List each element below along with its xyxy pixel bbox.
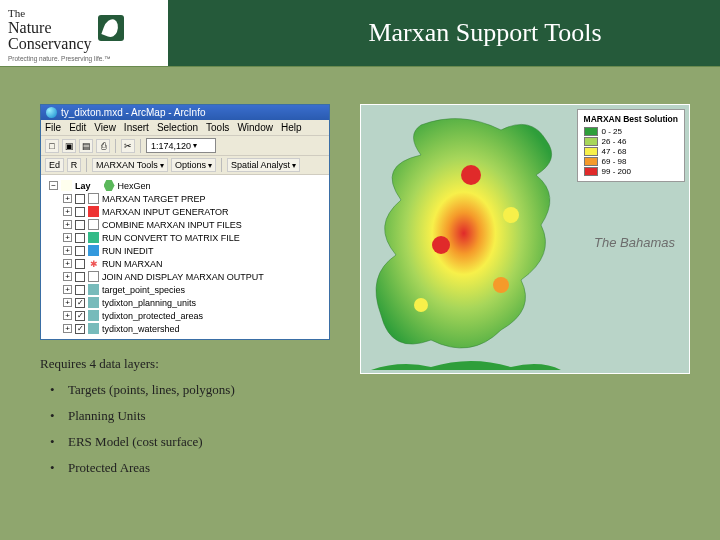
menu-insert[interactable]: Insert <box>124 122 149 133</box>
menu-window[interactable]: Window <box>237 122 273 133</box>
checkbox[interactable] <box>75 298 85 308</box>
doc-icon <box>88 193 99 204</box>
plus-icon[interactable]: + <box>63 233 72 242</box>
leaf-icon <box>98 15 124 41</box>
toc-layer-item[interactable]: +tydixton_planning_units <box>43 296 327 309</box>
slide-title: Marxan Support Tools <box>170 0 720 66</box>
arcmap-toolbar-ext: Ed R MARXAN Tools Options Spatial Analys… <box>41 156 329 175</box>
toc-layer-item[interactable]: +target_point_species <box>43 283 327 296</box>
plus-icon[interactable]: + <box>63 259 72 268</box>
green-icon <box>88 232 99 243</box>
legend-swatch <box>584 127 598 136</box>
menu-view[interactable]: View <box>94 122 116 133</box>
save-button[interactable]: ▤ <box>79 139 93 153</box>
toc-tool-item[interactable]: +JOIN AND DISPLAY MARXAN OUTPUT <box>43 270 327 283</box>
r-button[interactable]: R <box>67 158 81 172</box>
plus-icon[interactable]: + <box>63 207 72 216</box>
plus-icon[interactable]: + <box>63 194 72 203</box>
checkbox[interactable] <box>75 194 85 204</box>
toc-tool-item[interactable]: +RUN INEDIT <box>43 244 327 257</box>
checkbox[interactable] <box>75 272 85 282</box>
menu-help[interactable]: Help <box>281 122 302 133</box>
map-label-bahamas: The Bahamas <box>594 235 675 250</box>
toc-tool-item[interactable]: +COMBINE MARXAN INPUT FILES <box>43 218 327 231</box>
logo-word-nature: Nature <box>8 19 52 36</box>
menu-file[interactable]: File <box>45 122 61 133</box>
doc-icon <box>88 271 99 282</box>
toolbar-separator <box>140 139 141 153</box>
arcmap-toc: − Lay HexGen +MARXAN TARGET PREP+MARXAN … <box>41 175 329 339</box>
svg-point-2 <box>493 277 509 293</box>
checkbox[interactable] <box>75 246 85 256</box>
toc-layer-label: tydixton_watershed <box>102 324 180 334</box>
legend-range: 99 - 200 <box>602 167 631 176</box>
layer-icon <box>88 284 99 295</box>
new-button[interactable]: □ <box>45 139 59 153</box>
toc-tool-item[interactable]: +MARXAN TARGET PREP <box>43 192 327 205</box>
toc-root[interactable]: − Lay HexGen <box>43 179 327 192</box>
checkbox[interactable] <box>75 311 85 321</box>
map-legend: MARXAN Best Solution 0 - 2526 - 4647 - 6… <box>577 109 685 182</box>
toolbar-separator <box>86 158 87 172</box>
plus-icon[interactable]: + <box>63 220 72 229</box>
open-button[interactable]: ▣ <box>62 139 76 153</box>
checkbox[interactable] <box>75 324 85 334</box>
toc-layer-item[interactable]: +tydixton_watershed <box>43 322 327 335</box>
toc-item-label: RUN MARXAN <box>102 259 163 269</box>
scale-dropdown[interactable]: 1:174,120 <box>146 138 216 153</box>
arcmap-window: ty_dixton.mxd - ArcMap - ArcInfo File Ed… <box>40 104 330 340</box>
toolbar-separator <box>115 139 116 153</box>
legend-row: 26 - 46 <box>584 137 678 146</box>
hexgen-label[interactable]: HexGen <box>118 181 151 191</box>
toc-layer-label: target_point_species <box>102 285 185 295</box>
toc-item-label: JOIN AND DISPLAY MARXAN OUTPUT <box>102 272 264 282</box>
req-item: Targets (points, lines, polygons) <box>46 382 330 398</box>
map-panel: MARXAN Best Solution 0 - 2526 - 4647 - 6… <box>360 104 690 374</box>
blue-icon <box>88 245 99 256</box>
menu-selection[interactable]: Selection <box>157 122 198 133</box>
checkbox[interactable] <box>75 207 85 217</box>
legend-row: 0 - 25 <box>584 127 678 136</box>
legend-row: 99 - 200 <box>584 167 678 176</box>
legend-row: 69 - 98 <box>584 157 678 166</box>
toc-tool-item[interactable]: +RUN CONVERT TO MATRIX FILE <box>43 231 327 244</box>
legend-row: 47 - 68 <box>584 147 678 156</box>
tnc-logo-block: The Nature Conservancy Protecting nature… <box>0 0 170 66</box>
checkbox[interactable] <box>75 285 85 295</box>
editor-button[interactable]: Ed <box>45 158 64 172</box>
plus-icon[interactable]: + <box>63 285 72 294</box>
slide-header: The Nature Conservancy Protecting nature… <box>0 0 720 66</box>
toc-tool-item[interactable]: +✱RUN MARXAN <box>43 257 327 270</box>
layers-icon <box>61 180 72 191</box>
menu-tools[interactable]: Tools <box>206 122 229 133</box>
print-button[interactable]: ⎙ <box>96 139 110 153</box>
star-icon: ✱ <box>88 258 99 269</box>
plus-icon[interactable]: + <box>63 272 72 281</box>
toc-layer-item[interactable]: +tydixton_protected_areas <box>43 309 327 322</box>
toc-tool-item[interactable]: +MARXAN INPUT GENERATOR <box>43 205 327 218</box>
plus-icon[interactable]: + <box>63 298 72 307</box>
checkbox[interactable] <box>75 220 85 230</box>
options-dropdown[interactable]: Options <box>171 158 216 172</box>
arcmap-titlebar[interactable]: ty_dixton.mxd - ArcMap - ArcInfo <box>41 105 329 120</box>
menu-edit[interactable]: Edit <box>69 122 86 133</box>
arcmap-window-title: ty_dixton.mxd - ArcMap - ArcInfo <box>61 107 206 118</box>
spatial-analyst-dropdown[interactable]: Spatial Analyst <box>227 158 300 172</box>
toc-item-label: COMBINE MARXAN INPUT FILES <box>102 220 242 230</box>
toc-item-label: RUN CONVERT TO MATRIX FILE <box>102 233 240 243</box>
plus-icon[interactable]: + <box>63 324 72 333</box>
header-divider <box>0 66 720 74</box>
minus-icon[interactable]: − <box>49 181 58 190</box>
plus-icon[interactable]: + <box>63 246 72 255</box>
marxan-tools-dropdown[interactable]: MARXAN Tools <box>92 158 168 172</box>
arcmap-toolbar-standard: □ ▣ ▤ ⎙ ✂ 1:174,120 <box>41 136 329 156</box>
checkbox[interactable] <box>75 259 85 269</box>
legend-range: 47 - 68 <box>602 147 627 156</box>
toc-layer-label: tydixton_protected_areas <box>102 311 203 321</box>
plus-icon[interactable]: + <box>63 311 72 320</box>
content-area: ty_dixton.mxd - ArcMap - ArcInfo File Ed… <box>0 74 720 496</box>
checkbox[interactable] <box>75 233 85 243</box>
hexgen-icon <box>104 180 115 191</box>
cut-button[interactable]: ✂ <box>121 139 135 153</box>
svg-point-1 <box>432 236 450 254</box>
